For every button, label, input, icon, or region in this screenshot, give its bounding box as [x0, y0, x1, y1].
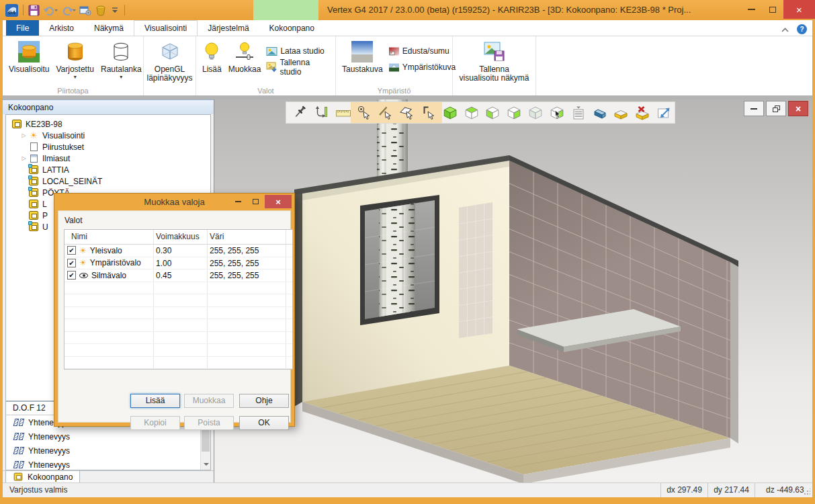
tallenna-studio-button[interactable]: Tallenna studio: [264, 60, 333, 74]
light-checkbox[interactable]: ✔: [67, 246, 76, 255]
light-color: 255, 255, 255: [210, 259, 259, 268]
material-bucket-icon[interactable]: [95, 3, 107, 17]
constraint-item[interactable]: Yhtenevyys: [6, 444, 210, 458]
rautalanka-button[interactable]: Rautalanka ▾: [97, 38, 145, 82]
help-icon[interactable]: ?: [797, 24, 807, 34]
cube-solid-green-icon[interactable]: [439, 103, 461, 122]
cube-right-face-icon[interactable]: [503, 103, 525, 122]
expander-icon[interactable]: ▷: [19, 155, 28, 161]
pin-icon[interactable]: [290, 103, 311, 122]
customize-quick-access-icon[interactable]: [110, 3, 120, 17]
close-button[interactable]: ×: [783, 0, 815, 19]
ymparistokuva-button[interactable]: Ympäristökuva: [386, 60, 458, 74]
collapse-ribbon-icon[interactable]: [781, 23, 789, 35]
part-solid-icon[interactable]: [589, 103, 611, 122]
constraint-item[interactable]: Yhtenevyys: [6, 429, 210, 444]
light-checkbox[interactable]: ✔: [67, 259, 76, 267]
taustakuva-button[interactable]: Taustakuva: [339, 38, 386, 76]
dialog-minimize-button[interactable]: [230, 195, 246, 208]
muokkaa-button[interactable]: Muokkaa: [184, 394, 234, 408]
lisaa-button[interactable]: Lisää: [130, 394, 180, 408]
constraint-label: Yhtenevyys: [28, 432, 70, 442]
cube-solid-light-icon[interactable]: [525, 103, 546, 122]
undo-icon[interactable]: [43, 3, 58, 17]
dropdown-arrow-icon: ▾: [74, 75, 77, 80]
ok-button[interactable]: OK: [239, 416, 289, 430]
lisaa-valo-button[interactable]: Lisää: [199, 38, 225, 76]
assembly-icon: [28, 222, 39, 232]
poista-button[interactable]: Poista: [184, 416, 234, 430]
expander-icon[interactable]: ▷: [19, 132, 28, 138]
ribbon-tab-strip: File Arkisto Näkymä Visualisointi Järjes…: [3, 20, 812, 36]
constraint-item[interactable]: Yhtenevyys: [6, 458, 210, 470]
mdi-minimize-button[interactable]: [744, 101, 764, 116]
cube-select-face-icon[interactable]: [546, 103, 568, 122]
tree-item-label: KE23B-98: [26, 120, 62, 129]
tree-item[interactable]: Piirustukset: [6, 141, 210, 153]
tray-box-icon[interactable]: [610, 103, 632, 122]
snap-point-icon[interactable]: [353, 103, 375, 122]
tab-nakyma[interactable]: Näkymä: [84, 20, 134, 36]
rotate-axis-icon[interactable]: [311, 103, 333, 122]
dialog-maximize-button[interactable]: [247, 195, 263, 208]
ribbon-empty-space: [536, 36, 812, 95]
muokkaa-valo-button[interactable]: Muokkaa: [225, 38, 265, 76]
tree-item[interactable]: LATTIA: [6, 164, 210, 175]
opengl-transparency-button[interactable]: OpenGL läpinäkyvyys: [146, 38, 193, 85]
tree-item[interactable]: ▷Ilmiasut: [6, 153, 210, 164]
light-color: 255, 255, 255: [210, 246, 259, 255]
varjostettu-button[interactable]: Varjostettu ▾: [52, 38, 97, 82]
tab-visualisointi[interactable]: Visualisointi: [134, 20, 198, 36]
dropdown-arrow-icon: ▾: [120, 75, 122, 80]
minimize-button[interactable]: [740, 0, 762, 19]
light-row[interactable]: ✔☀Ympäristövalo1.00255, 255, 255: [65, 257, 292, 270]
tree-item[interactable]: LOCAL_SEINÄT: [6, 175, 210, 187]
background-image-icon: [351, 40, 373, 64]
visualisoitu-button[interactable]: Visualisoitu: [5, 38, 52, 76]
app-logo-g4-icon[interactable]: G4: [5, 3, 18, 17]
group-label-valot: Valot: [196, 87, 335, 95]
light-row[interactable]: ✔Silmävalo0.45255, 255, 255: [65, 269, 292, 282]
panel-tab-kokoonpano[interactable]: Kokoonpano: [5, 471, 80, 483]
snap-face-icon[interactable]: [396, 103, 418, 122]
tree-item[interactable]: ▷☀Visualisointi: [6, 130, 210, 141]
3d-viewport[interactable]: ×: [214, 99, 812, 482]
save-icon[interactable]: [28, 3, 40, 17]
window-settings-icon[interactable]: [79, 3, 91, 17]
resize-grip[interactable]: [804, 489, 810, 495]
redo-icon[interactable]: [61, 3, 76, 17]
expand-view-icon[interactable]: [653, 103, 675, 122]
tab-kokoonpano[interactable]: Kokoonpano: [259, 20, 325, 36]
assembly-icon: [28, 177, 39, 186]
ribbon: Visualisoitu Varjostettu ▾ Rautalanka ▾ …: [3, 36, 812, 95]
light-bulb-icon: [203, 40, 220, 64]
tree-item[interactable]: KE23B-98: [6, 118, 210, 130]
tray-box-delete-icon[interactable]: [632, 103, 653, 122]
scroll-down-icon[interactable]: [201, 459, 211, 470]
snap-line-icon[interactable]: [375, 103, 396, 122]
tab-file[interactable]: File: [6, 20, 39, 36]
birch-trunk-window: [379, 197, 415, 325]
snap-edge-icon[interactable]: [418, 103, 439, 122]
right-wall-outer: [730, 262, 738, 444]
coincidence-icon: [13, 461, 25, 468]
tallenna-visualisoitu-nakyma-button[interactable]: Tallenna visualisoitu näkymä: [456, 38, 533, 85]
light-checkbox[interactable]: ✔: [67, 271, 76, 280]
coincidence-icon: [13, 419, 25, 426]
ribbon-group-piirtotapa: Visualisoitu Varjostettu ▾ Rautalanka ▾ …: [3, 36, 144, 95]
tab-jarjestelma[interactable]: Järjestelmä: [198, 20, 259, 36]
mdi-close-button[interactable]: ×: [788, 101, 808, 116]
maximize-button[interactable]: [762, 0, 783, 19]
cube-left-face-icon[interactable]: [482, 103, 503, 122]
display-options-list-icon[interactable]: [568, 103, 589, 122]
light-row[interactable]: ✔☀Yleisvalo0.30255, 255, 255: [65, 245, 292, 257]
cube-top-face-icon[interactable]: [461, 103, 482, 122]
measure-ruler-icon[interactable]: [333, 103, 354, 122]
tab-arkisto[interactable]: Arkisto: [39, 20, 84, 36]
dialog-close-button[interactable]: ×: [265, 195, 292, 208]
ohje-button[interactable]: Ohje: [239, 394, 289, 408]
edusta-sumu-button[interactable]: Edusta/sumu: [386, 44, 458, 58]
lataa-studio-button[interactable]: Lataa studio: [264, 44, 333, 58]
kopioi-button[interactable]: Kopioi: [130, 416, 180, 430]
mdi-restore-button[interactable]: [766, 101, 786, 116]
